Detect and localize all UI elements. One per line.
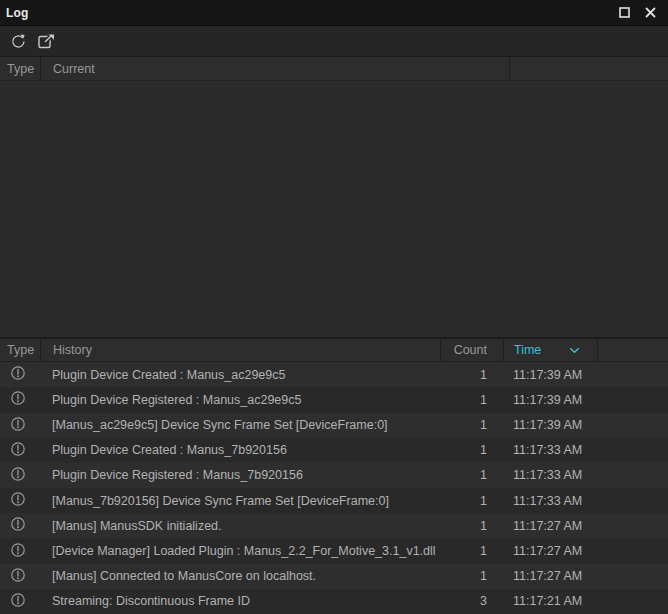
log-row-type [0, 466, 40, 485]
log-count: 1 [440, 468, 503, 482]
log-row-type [0, 516, 40, 535]
log-toolbar [0, 26, 668, 57]
log-row[interactable]: Streaming: Discontinuous Frame ID 3 11:1… [0, 589, 668, 614]
history-column-spacer [597, 339, 668, 361]
log-row-type [0, 491, 40, 510]
log-message: [Device Manager] Loaded Plugin : Manus_2… [40, 544, 440, 558]
history-column-type[interactable]: Type [0, 339, 40, 361]
log-message: Plugin Device Created : Manus_7b920156 [40, 443, 440, 457]
chevron-down-icon [569, 347, 580, 354]
history-column-time[interactable]: Time [503, 339, 597, 361]
log-time: 11:17:39 AM [503, 368, 597, 382]
log-message: Plugin Device Registered : Manus_7b92015… [40, 468, 440, 482]
log-row-type [0, 542, 40, 561]
log-count: 1 [440, 368, 503, 382]
log-count: 1 [440, 418, 503, 432]
history-column-count[interactable]: Count [440, 339, 503, 361]
history-table-header: Type History Count Time [0, 337, 668, 362]
log-time: 11:17:33 AM [503, 443, 597, 457]
log-time: 11:17:33 AM [503, 494, 597, 508]
log-row[interactable]: [Manus_ac29e9c5] Device Sync Frame Set [… [0, 413, 668, 438]
log-row[interactable]: Plugin Device Registered : Manus_7b92015… [0, 463, 668, 488]
log-time: 11:17:39 AM [503, 418, 597, 432]
log-count: 1 [440, 443, 503, 457]
current-column-type[interactable]: Type [0, 57, 40, 80]
current-table-body [0, 81, 668, 337]
export-button[interactable] [34, 29, 58, 53]
info-icon [10, 491, 26, 510]
log-row[interactable]: Plugin Device Created : Manus_7b920156 1… [0, 438, 668, 463]
log-message: [Manus] Connected to ManusCore on localh… [40, 569, 440, 583]
log-row-type [0, 441, 40, 460]
log-row-type [0, 567, 40, 586]
info-icon [10, 567, 26, 586]
log-message: [Manus_ac29e9c5] Device Sync Frame Set [… [40, 418, 440, 432]
info-icon [10, 390, 26, 409]
info-icon [10, 592, 26, 611]
info-icon [10, 441, 26, 460]
refresh-button[interactable] [6, 29, 30, 53]
log-row-type [0, 390, 40, 409]
log-count: 1 [440, 569, 503, 583]
log-message: [Manus] ManusSDK initialized. [40, 519, 440, 533]
log-time: 11:17:39 AM [503, 393, 597, 407]
maximize-icon [619, 7, 630, 18]
info-icon [10, 542, 26, 561]
refresh-icon [10, 33, 27, 50]
maximize-button[interactable] [614, 3, 634, 23]
log-row-type [0, 365, 40, 384]
log-row-type [0, 592, 40, 611]
titlebar: Log [0, 0, 668, 26]
log-count: 3 [440, 594, 503, 608]
log-count: 1 [440, 519, 503, 533]
close-button[interactable] [640, 3, 660, 23]
log-row[interactable]: Plugin Device Registered : Manus_ac29e9c… [0, 387, 668, 412]
log-row[interactable]: [Manus] ManusSDK initialized. 1 11:17:27… [0, 513, 668, 538]
log-message: Plugin Device Created : Manus_ac29e9c5 [40, 368, 440, 382]
current-table-header: Type Current [0, 57, 668, 81]
history-log-list: Plugin Device Created : Manus_ac29e9c5 1… [0, 362, 668, 614]
log-count: 1 [440, 494, 503, 508]
log-time: 11:17:21 AM [503, 594, 597, 608]
log-row[interactable]: [Manus] Connected to ManusCore on localh… [0, 564, 668, 589]
log-panel: Log [0, 0, 668, 614]
current-column-current[interactable]: Current [40, 57, 509, 80]
log-time: 11:17:27 AM [503, 569, 597, 583]
log-time: 11:17:27 AM [503, 519, 597, 533]
close-icon [645, 7, 656, 18]
log-message: [Manus_7b920156] Device Sync Frame Set [… [40, 494, 440, 508]
window-title: Log [6, 6, 29, 20]
current-column-spacer [509, 57, 668, 80]
log-time: 11:17:33 AM [503, 468, 597, 482]
history-column-time-label: Time [514, 343, 541, 357]
log-count: 1 [440, 393, 503, 407]
log-row[interactable]: Plugin Device Created : Manus_ac29e9c5 1… [0, 362, 668, 387]
log-message: Plugin Device Registered : Manus_ac29e9c… [40, 393, 440, 407]
export-icon [37, 32, 56, 50]
log-time: 11:17:27 AM [503, 544, 597, 558]
log-row[interactable]: [Device Manager] Loaded Plugin : Manus_2… [0, 538, 668, 563]
log-row-type [0, 416, 40, 435]
info-icon [10, 516, 26, 535]
log-count: 1 [440, 544, 503, 558]
info-icon [10, 365, 26, 384]
log-row[interactable]: [Manus_7b920156] Device Sync Frame Set [… [0, 488, 668, 513]
log-message: Streaming: Discontinuous Frame ID [40, 594, 440, 608]
history-column-history[interactable]: History [40, 339, 440, 361]
info-icon [10, 466, 26, 485]
info-icon [10, 416, 26, 435]
